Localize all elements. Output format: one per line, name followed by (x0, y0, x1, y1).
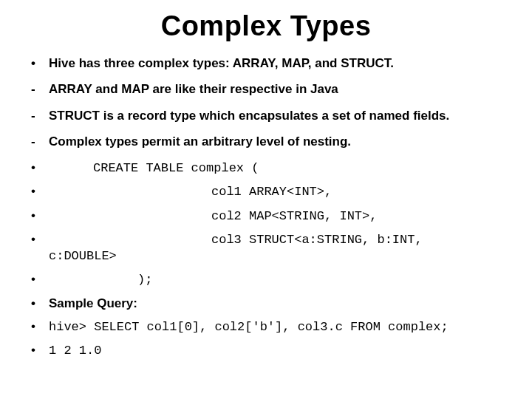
bullet-array-map: ARRAY and MAP are like their respective … (30, 81, 510, 97)
sample-query: hive> SELECT col1[0], col2['b'], col3.c … (30, 318, 510, 335)
slide: Complex Types Hive has three complex typ… (0, 0, 532, 399)
bullet-intro: Hive has three complex types: ARRAY, MAP… (30, 55, 510, 71)
code-line-col2: col2 MAP<STRING, INT>, (30, 208, 510, 224)
code-text: c:DOUBLE> (49, 249, 117, 263)
code-line-create: CREATE TABLE complex ( (30, 160, 510, 176)
code-line-col3: col3 STRUCT<a:STRING, b:INT, c:DOUBLE> (30, 231, 510, 265)
code-text: col2 MAP<STRING, INT>, (49, 208, 377, 224)
code-text: col1 ARRAY<INT>, (49, 184, 332, 200)
code-line-col1: col1 ARRAY<INT>, (30, 183, 510, 200)
code-text: col3 STRUCT<a:STRING, b:INT, (49, 232, 423, 248)
bullet-struct: STRUCT is a record type which encapsulat… (30, 108, 510, 123)
bullet-nesting: Complex types permit an arbitrary level … (30, 134, 510, 149)
sample-result: 1 2 1.0 (30, 342, 510, 358)
query-text: hive> SELECT col1[0], col2['b'], col3.c … (49, 320, 449, 334)
bullet-list: Hive has three complex types: ARRAY, MAP… (22, 55, 510, 358)
code-text: CREATE TABLE complex ( (49, 160, 259, 176)
slide-title: Complex Types (22, 10, 510, 42)
code-text: ); (49, 272, 152, 287)
sample-query-label: Sample Query: (30, 296, 510, 311)
code-line-close: ); (30, 271, 510, 287)
result-text: 1 2 1.0 (49, 344, 101, 358)
